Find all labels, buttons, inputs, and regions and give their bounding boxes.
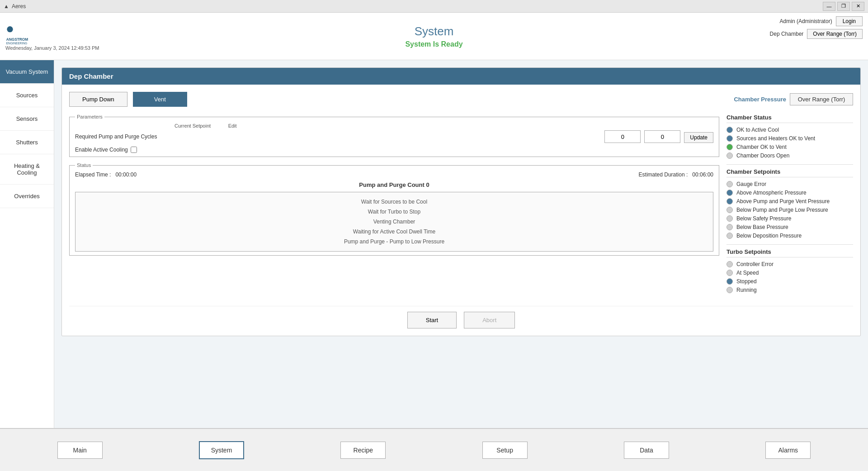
header-right: Admin (Administrator) Login Dep Chamber … — [770, 16, 863, 39]
ind-below-pump-low-label: Below Pump and Purge Low Pressure — [736, 207, 828, 213]
ind-sources-heaters: Sources and Heaters OK to Vent — [726, 135, 853, 142]
ind-controller-error: Controller Error — [726, 261, 853, 267]
vent-button[interactable]: Vent — [133, 92, 187, 107]
tab-alarms[interactable]: Alarms — [765, 442, 811, 459]
required-pump-row: Required Pump and Purge Cycles Update — [75, 130, 713, 143]
ind-chamber-ok-vent-dot — [726, 144, 733, 150]
current-setpoint-header: Current Setpoint — [175, 123, 211, 128]
content-area: Dep Chamber Pump Down Vent Chamber Press… — [54, 60, 868, 428]
ind-sources-heaters-label: Sources and Heaters OK to Vent — [736, 135, 815, 142]
system-status: System Is Ready — [405, 40, 462, 48]
tab-data[interactable]: Data — [624, 442, 669, 459]
sidebar-item-overrides[interactable]: Overrides — [0, 185, 54, 208]
ind-chamber-ok-vent-label: Chamber OK to Vent — [736, 144, 787, 150]
edit-input[interactable] — [644, 130, 680, 143]
admin-label: Admin (Administrator) — [780, 18, 832, 24]
ind-below-deposition-dot — [726, 233, 733, 239]
ind-running-label: Running — [736, 287, 757, 293]
ind-chamber-doors-dot — [726, 152, 733, 159]
tab-main[interactable]: Main — [57, 442, 103, 459]
ind-controller-error-dot — [726, 261, 733, 267]
svg-text:ANGSTROM: ANGSTROM — [6, 37, 28, 42]
pump-down-button[interactable]: Pump Down — [69, 92, 127, 107]
page-title: System — [405, 24, 462, 38]
update-button[interactable]: Update — [684, 132, 713, 143]
datetime: Wednesday, January 3, 2024 12:49:53 PM — [5, 45, 99, 51]
step-1: Wait for Sources to be Cool — [80, 197, 708, 207]
abort-button[interactable]: Abort — [464, 312, 515, 328]
ind-above-atm-dot — [726, 190, 733, 196]
dep-chamber-panel: Dep Chamber Pump Down Vent Chamber Press… — [61, 67, 861, 336]
tab-system[interactable]: System — [199, 441, 244, 459]
ind-below-base-dot — [726, 224, 733, 230]
ind-ok-active-cool: OK to Active Cool — [726, 127, 853, 133]
top-row: Pump Down Vent Chamber Pressure Over Ran… — [69, 92, 853, 107]
ind-below-deposition-label: Below Deposition Pressure — [736, 233, 802, 239]
chamber-status-title: Chamber Status — [726, 114, 853, 123]
right-col: Chamber Status OK to Active Cool Sources… — [726, 114, 853, 299]
chamber-pressure-area: Chamber Pressure Over Range (Torr) — [734, 93, 853, 105]
footer: Main System Recipe Setup Data Alarms — [0, 428, 868, 471]
header-center: System System Is Ready — [405, 24, 462, 48]
edit-header: Edit — [214, 123, 250, 128]
svg-text:ENGINEERING: ENGINEERING — [6, 42, 28, 44]
logo-icon: ANGSTROM ENGINEERING — [5, 22, 28, 44]
ind-below-safety-label: Below Safety Pressure — [736, 215, 791, 222]
ind-below-safety: Below Safety Pressure — [726, 215, 853, 222]
step-4: Waiting for Active Cool Dwell Time — [80, 227, 708, 237]
tab-setup[interactable]: Setup — [482, 442, 528, 459]
param-inputs: Update — [604, 130, 713, 143]
header: ANGSTROM ENGINEERING Wednesday, January … — [0, 13, 868, 60]
login-button[interactable]: Login — [836, 16, 863, 26]
ind-stopped-label: Stopped — [736, 278, 757, 285]
main-layout: Vacuum System Sources Sensors Shutters H… — [0, 60, 868, 428]
elapsed-label: Elapsed Time : — [75, 171, 111, 178]
ind-chamber-ok-vent: Chamber OK to Vent — [726, 144, 853, 150]
ind-above-pump-vent-dot — [726, 198, 733, 205]
sidebar-item-vacuum-system[interactable]: Vacuum System — [0, 60, 54, 84]
app-icon: ▲ — [4, 3, 9, 10]
start-button[interactable]: Start — [407, 312, 457, 328]
sidebar-item-shutters[interactable]: Shutters — [0, 131, 54, 154]
parameters-legend: Parameters — [75, 114, 104, 119]
sidebar-item-sources[interactable]: Sources — [0, 84, 54, 107]
current-setpoint-input[interactable] — [604, 130, 641, 143]
titlebar-controls: — ❐ ✕ — [823, 2, 864, 11]
sidebar-item-heating-cooling[interactable]: Heating & Cooling — [0, 154, 54, 185]
two-col: Parameters Current Setpoint Edit Require… — [69, 114, 853, 299]
restore-button[interactable]: ❐ — [837, 2, 850, 11]
left-col: Parameters Current Setpoint Edit Require… — [69, 114, 719, 299]
ind-gauge-error-dot — [726, 181, 733, 187]
chamber-status-section: Chamber Status OK to Active Cool Sources… — [726, 114, 853, 159]
ind-chamber-doors: Chamber Doors Open — [726, 152, 853, 159]
enable-cooling-row: Enable Active Cooling — [75, 147, 713, 153]
ind-chamber-doors-label: Chamber Doors Open — [736, 152, 789, 159]
ind-gauge-error: Gauge Error — [726, 181, 853, 187]
pump-purge-count: Pump and Purge Count 0 — [75, 181, 713, 188]
ind-sources-heaters-dot — [726, 135, 733, 142]
ind-at-speed-label: At Speed — [736, 270, 759, 276]
ind-above-atm: Above Atmospheric Pressure — [726, 190, 853, 196]
ind-below-base: Below Base Pressure — [726, 224, 853, 230]
elapsed-time: Elapsed Time : 00:00:00 — [75, 171, 137, 178]
ind-above-atm-label: Above Atmospheric Pressure — [736, 190, 807, 196]
step-2: Wait for Turbo to Stop — [80, 207, 708, 217]
app-name: Aeres — [12, 3, 26, 10]
over-range-button[interactable]: Over Range (Torr) — [807, 29, 863, 39]
ind-below-pump-low: Below Pump and Purge Low Pressure — [726, 207, 853, 213]
chamber-pressure-label: Chamber Pressure — [734, 96, 786, 103]
turbo-setpoints-section: Turbo Setpoints Controller Error At Spee… — [726, 248, 853, 293]
ind-below-base-label: Below Base Pressure — [736, 224, 788, 230]
tab-recipe[interactable]: Recipe — [340, 442, 386, 459]
enable-cooling-checkbox[interactable] — [131, 147, 137, 153]
minimize-button[interactable]: — — [823, 2, 835, 11]
chamber-pressure-value: Over Range (Torr) — [790, 93, 853, 105]
sidebar-item-sensors[interactable]: Sensors — [0, 107, 54, 131]
close-button[interactable]: ✕ — [852, 2, 864, 11]
ind-stopped: Stopped — [726, 278, 853, 285]
status-steps: Wait for Sources to be Cool Wait for Tur… — [75, 192, 713, 252]
parameters-fieldset: Parameters Current Setpoint Edit Require… — [69, 114, 719, 157]
ind-stopped-dot — [726, 278, 733, 285]
ind-at-speed: At Speed — [726, 270, 853, 276]
ind-above-pump-vent-label: Above Pump and Purge Vent Pressure — [736, 198, 830, 205]
